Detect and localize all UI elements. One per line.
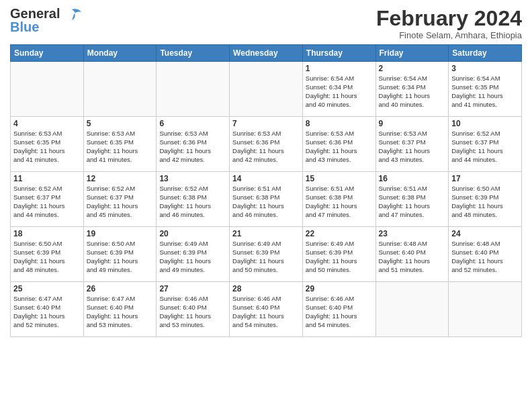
- day-info: Sunrise: 6:49 AM Sunset: 6:39 PM Dayligh…: [159, 240, 211, 273]
- calendar-cell: 28Sunrise: 6:46 AM Sunset: 6:40 PM Dayli…: [230, 282, 303, 337]
- day-info: Sunrise: 6:53 AM Sunset: 6:35 PM Dayligh…: [13, 130, 65, 163]
- day-info: Sunrise: 6:54 AM Sunset: 6:34 PM Dayligh…: [306, 75, 357, 107]
- day-info: Sunrise: 6:53 AM Sunset: 6:35 PM Dayligh…: [87, 130, 138, 163]
- calendar-cell: 29Sunrise: 6:46 AM Sunset: 6:40 PM Dayli…: [302, 282, 375, 337]
- calendar-cell: 1Sunrise: 6:54 AM Sunset: 6:34 PM Daylig…: [302, 62, 375, 117]
- calendar-cell: 15Sunrise: 6:51 AM Sunset: 6:38 PM Dayli…: [302, 172, 375, 227]
- calendar-cell: 11Sunrise: 6:52 AM Sunset: 6:37 PM Dayli…: [11, 172, 84, 227]
- day-info: Sunrise: 6:50 AM Sunset: 6:39 PM Dayligh…: [13, 240, 65, 273]
- day-number: 12: [87, 174, 154, 183]
- calendar-cell: [375, 282, 449, 337]
- weekday-header-monday: Monday: [83, 45, 157, 62]
- day-number: 14: [232, 174, 300, 183]
- day-info: Sunrise: 6:52 AM Sunset: 6:38 PM Dayligh…: [159, 185, 211, 218]
- day-number: 3: [451, 64, 519, 73]
- calendar-cell: 3Sunrise: 6:54 AM Sunset: 6:35 PM Daylig…: [449, 62, 522, 117]
- weekday-header-wednesday: Wednesday: [230, 45, 303, 62]
- calendar-cell: [230, 62, 303, 117]
- calendar-cell: 16Sunrise: 6:51 AM Sunset: 6:38 PM Dayli…: [375, 172, 449, 227]
- day-number: 11: [13, 174, 81, 183]
- day-number: 17: [451, 174, 519, 183]
- weekday-header-saturday: Saturday: [449, 45, 522, 62]
- calendar-cell: 19Sunrise: 6:50 AM Sunset: 6:39 PM Dayli…: [83, 227, 157, 282]
- calendar-cell: 8Sunrise: 6:53 AM Sunset: 6:36 PM Daylig…: [302, 117, 375, 172]
- day-info: Sunrise: 6:53 AM Sunset: 6:36 PM Dayligh…: [159, 130, 211, 163]
- day-info: Sunrise: 6:53 AM Sunset: 6:36 PM Dayligh…: [232, 130, 284, 163]
- calendar-cell: 25Sunrise: 6:47 AM Sunset: 6:40 PM Dayli…: [11, 282, 84, 337]
- page: General Blue February 2024 Finote Selam,…: [0, 0, 532, 411]
- calendar-cell: 10Sunrise: 6:52 AM Sunset: 6:37 PM Dayli…: [449, 117, 522, 172]
- day-number: 28: [232, 284, 300, 293]
- logo-bird-icon: [61, 8, 83, 27]
- day-info: Sunrise: 6:47 AM Sunset: 6:40 PM Dayligh…: [13, 295, 65, 328]
- calendar-cell: 22Sunrise: 6:49 AM Sunset: 6:39 PM Dayli…: [302, 227, 375, 282]
- day-info: Sunrise: 6:46 AM Sunset: 6:40 PM Dayligh…: [232, 295, 284, 328]
- calendar-cell: [449, 282, 522, 337]
- day-info: Sunrise: 6:46 AM Sunset: 6:40 PM Dayligh…: [306, 295, 357, 328]
- day-number: 21: [232, 229, 300, 238]
- header: General Blue February 2024 Finote Selam,…: [10, 7, 522, 40]
- day-info: Sunrise: 6:50 AM Sunset: 6:39 PM Dayligh…: [451, 185, 503, 218]
- calendar-cell: 26Sunrise: 6:47 AM Sunset: 6:40 PM Dayli…: [83, 282, 157, 337]
- calendar-cell: [83, 62, 157, 117]
- calendar-cell: 20Sunrise: 6:49 AM Sunset: 6:39 PM Dayli…: [157, 227, 230, 282]
- day-number: 23: [379, 229, 446, 238]
- day-info: Sunrise: 6:53 AM Sunset: 6:36 PM Dayligh…: [306, 130, 357, 163]
- day-number: 2: [379, 64, 446, 73]
- weekday-header-thursday: Thursday: [302, 45, 375, 62]
- day-info: Sunrise: 6:52 AM Sunset: 6:37 PM Dayligh…: [451, 130, 503, 163]
- weekday-header-tuesday: Tuesday: [157, 45, 230, 62]
- calendar-cell: 7Sunrise: 6:53 AM Sunset: 6:36 PM Daylig…: [230, 117, 303, 172]
- day-info: Sunrise: 6:48 AM Sunset: 6:40 PM Dayligh…: [451, 240, 503, 273]
- day-info: Sunrise: 6:48 AM Sunset: 6:40 PM Dayligh…: [379, 240, 431, 273]
- calendar-cell: 9Sunrise: 6:53 AM Sunset: 6:37 PM Daylig…: [375, 117, 449, 172]
- week-row-1: 1Sunrise: 6:54 AM Sunset: 6:34 PM Daylig…: [11, 62, 522, 117]
- calendar-cell: 24Sunrise: 6:48 AM Sunset: 6:40 PM Dayli…: [449, 227, 522, 282]
- day-number: 8: [306, 119, 373, 128]
- week-row-5: 25Sunrise: 6:47 AM Sunset: 6:40 PM Dayli…: [11, 282, 522, 337]
- day-number: 20: [159, 229, 226, 238]
- calendar-cell: [11, 62, 84, 117]
- day-number: 18: [13, 229, 81, 238]
- day-number: 1: [306, 64, 373, 73]
- weekday-header-sunday: Sunday: [11, 45, 84, 62]
- day-info: Sunrise: 6:51 AM Sunset: 6:38 PM Dayligh…: [379, 185, 431, 218]
- week-row-3: 11Sunrise: 6:52 AM Sunset: 6:37 PM Dayli…: [11, 172, 522, 227]
- calendar-cell: 4Sunrise: 6:53 AM Sunset: 6:35 PM Daylig…: [11, 117, 84, 172]
- day-info: Sunrise: 6:49 AM Sunset: 6:39 PM Dayligh…: [232, 240, 284, 273]
- day-info: Sunrise: 6:50 AM Sunset: 6:39 PM Dayligh…: [87, 240, 138, 273]
- day-number: 10: [451, 119, 519, 128]
- day-number: 13: [159, 174, 226, 183]
- day-info: Sunrise: 6:49 AM Sunset: 6:39 PM Dayligh…: [306, 240, 357, 273]
- calendar-cell: 12Sunrise: 6:52 AM Sunset: 6:37 PM Dayli…: [83, 172, 157, 227]
- day-info: Sunrise: 6:47 AM Sunset: 6:40 PM Dayligh…: [87, 295, 138, 328]
- day-info: Sunrise: 6:52 AM Sunset: 6:37 PM Dayligh…: [13, 185, 65, 218]
- calendar-cell: 13Sunrise: 6:52 AM Sunset: 6:38 PM Dayli…: [157, 172, 230, 227]
- day-number: 25: [13, 284, 81, 293]
- day-info: Sunrise: 6:51 AM Sunset: 6:38 PM Dayligh…: [232, 185, 284, 218]
- calendar-cell: 21Sunrise: 6:49 AM Sunset: 6:39 PM Dayli…: [230, 227, 303, 282]
- day-info: Sunrise: 6:53 AM Sunset: 6:37 PM Dayligh…: [379, 130, 431, 163]
- day-number: 15: [306, 174, 373, 183]
- weekday-header-row: SundayMondayTuesdayWednesdayThursdayFrid…: [11, 45, 522, 62]
- calendar-cell: 18Sunrise: 6:50 AM Sunset: 6:39 PM Dayli…: [11, 227, 84, 282]
- calendar-cell: 27Sunrise: 6:46 AM Sunset: 6:40 PM Dayli…: [157, 282, 230, 337]
- day-number: 7: [232, 119, 300, 128]
- day-number: 19: [87, 229, 154, 238]
- day-info: Sunrise: 6:46 AM Sunset: 6:40 PM Dayligh…: [159, 295, 211, 328]
- day-number: 29: [306, 284, 373, 293]
- calendar-table: SundayMondayTuesdayWednesdayThursdayFrid…: [10, 44, 522, 337]
- day-number: 4: [13, 119, 81, 128]
- calendar-cell: 6Sunrise: 6:53 AM Sunset: 6:36 PM Daylig…: [157, 117, 230, 172]
- day-info: Sunrise: 6:54 AM Sunset: 6:34 PM Dayligh…: [379, 75, 431, 107]
- day-number: 16: [379, 174, 446, 183]
- week-row-2: 4Sunrise: 6:53 AM Sunset: 6:35 PM Daylig…: [11, 117, 522, 172]
- calendar-cell: [157, 62, 230, 117]
- location-subtitle: Finote Selam, Amhara, Ethiopia: [376, 30, 522, 40]
- day-number: 26: [87, 284, 154, 293]
- calendar-cell: 17Sunrise: 6:50 AM Sunset: 6:39 PM Dayli…: [449, 172, 522, 227]
- calendar-cell: 5Sunrise: 6:53 AM Sunset: 6:35 PM Daylig…: [83, 117, 157, 172]
- title-block: February 2024 Finote Selam, Amhara, Ethi…: [376, 7, 522, 40]
- logo: General Blue: [10, 7, 83, 34]
- calendar-cell: 14Sunrise: 6:51 AM Sunset: 6:38 PM Dayli…: [230, 172, 303, 227]
